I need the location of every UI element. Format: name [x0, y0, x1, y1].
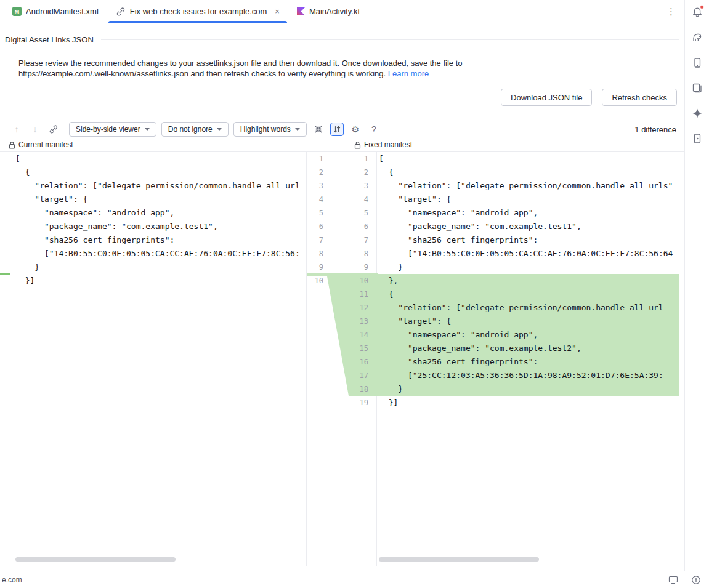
- code-line: }]: [0, 274, 306, 288]
- highlight-mode-value: Highlight words: [240, 125, 291, 134]
- tab-options-icon[interactable]: ⋮: [666, 0, 676, 23]
- chevron-down-icon: [145, 128, 150, 131]
- synchronize-scrolling-toggle[interactable]: [330, 123, 344, 136]
- line-number: 6: [307, 220, 323, 233]
- device-manager-icon[interactable]: [691, 56, 704, 70]
- code-line: "relation": ["delegate_permission/common…: [377, 179, 679, 193]
- right-pane-title: Fixed manifest: [364, 140, 412, 149]
- line-number: 10: [331, 274, 368, 288]
- code-line: [: [0, 152, 306, 166]
- right-editor[interactable]: [ { "relation": ["delegate_permission/co…: [377, 152, 679, 566]
- diff-toolbar: ↑ ↓ Side-by-side viewer Do not ignore Hi…: [10, 121, 381, 138]
- resource-manager-icon[interactable]: [691, 81, 704, 95]
- diff-settings-gear-icon[interactable]: ⚙: [349, 123, 362, 136]
- code-line: "target": {: [377, 315, 679, 328]
- left-horizontal-scrollbar[interactable]: [15, 557, 176, 562]
- tab-close-icon[interactable]: ×: [275, 7, 280, 16]
- banner-description-line2: https://example.com/.well-known/assetlin…: [18, 69, 386, 78]
- android-studio-window: M AndroidManifest.xml Fix web check issu…: [0, 0, 709, 588]
- previous-difference-icon[interactable]: ↑: [10, 123, 23, 136]
- left-pane-title: Current manifest: [18, 140, 73, 149]
- line-number: 8: [331, 247, 368, 260]
- code-line: "namespace": "android_app",: [0, 206, 306, 220]
- help-icon[interactable]: ?: [367, 123, 381, 136]
- diff-viewer: [ { "relation": ["delegate_permission/co…: [0, 151, 684, 566]
- banner-description-line1: Please review the recommended changes to…: [18, 58, 462, 68]
- code-line: }: [0, 260, 306, 274]
- gradle-icon[interactable]: [691, 31, 704, 44]
- left-line-numbers: 12345678910: [307, 152, 323, 288]
- right-tool-stripe: [684, 0, 709, 571]
- code-line: {: [377, 166, 679, 179]
- code-line: {: [377, 288, 679, 301]
- section-header: Digital Asset Links JSON: [5, 35, 679, 44]
- tab-label: Fix web check issues for example.com: [130, 7, 267, 16]
- line-number: 9: [331, 260, 368, 274]
- code-line: "package_name": "com.example.test2",: [377, 342, 679, 355]
- code-line: }: [377, 260, 679, 274]
- running-devices-icon[interactable]: [691, 132, 704, 145]
- line-number: 2: [331, 166, 368, 179]
- code-line: }: [377, 382, 679, 396]
- line-number: 14: [331, 328, 368, 342]
- line-number: 19: [331, 396, 368, 409]
- line-number: 1: [331, 152, 368, 166]
- line-number: 16: [331, 355, 368, 369]
- line-number: 17: [331, 369, 368, 382]
- next-difference-icon[interactable]: ↓: [28, 123, 42, 136]
- notifications-icon[interactable]: [691, 6, 704, 19]
- link-icon: [116, 7, 126, 17]
- code-line: [: [377, 152, 679, 166]
- code-line: },: [377, 274, 679, 288]
- line-number: 12: [331, 301, 368, 315]
- tab-androidmanifest[interactable]: M AndroidManifest.xml: [4, 0, 107, 23]
- tab-fix-web-check[interactable]: Fix web check issues for example.com ×: [107, 0, 288, 23]
- collapse-unchanged-icon[interactable]: [312, 123, 325, 136]
- banner-description: Please review the recommended changes to…: [18, 58, 462, 79]
- status-text: e.com: [2, 576, 22, 584]
- jump-to-source-icon[interactable]: [47, 123, 60, 136]
- code-line: "namespace": "android_app",: [377, 206, 679, 220]
- right-pane-header: Fixed manifest: [354, 139, 412, 150]
- info-icon[interactable]: [689, 573, 703, 587]
- lock-icon: [354, 141, 361, 149]
- tab-label: AndroidManifest.xml: [26, 7, 99, 16]
- line-number: 3: [331, 179, 368, 193]
- tab-mainactivity[interactable]: MainActivity.kt: [288, 0, 368, 23]
- lock-icon: [9, 141, 15, 149]
- line-number: 11: [331, 288, 368, 301]
- code-line: "relation": ["delegate_permission/common…: [377, 301, 679, 315]
- highlight-mode-select[interactable]: Highlight words: [233, 122, 307, 137]
- code-line: "package_name": "com.example.test1",: [377, 220, 679, 233]
- screen-share-icon[interactable]: [666, 573, 680, 587]
- learn-more-link[interactable]: Learn more: [388, 69, 429, 78]
- section-divider: [101, 39, 679, 40]
- code-line: "relation": ["delegate_permission/common…: [0, 179, 306, 193]
- line-number: 7: [307, 233, 323, 247]
- viewer-mode-select[interactable]: Side-by-side viewer: [69, 122, 156, 137]
- line-number: 8: [307, 247, 323, 260]
- line-number: 7: [331, 233, 368, 247]
- insertion-marker: [0, 273, 10, 275]
- code-line: "sha256_cert_fingerprints":: [377, 355, 679, 369]
- code-line: {: [0, 166, 306, 179]
- ignore-mode-select[interactable]: Do not ignore: [161, 122, 229, 137]
- line-number: 3: [307, 179, 323, 193]
- refresh-checks-button[interactable]: Refresh checks: [602, 89, 677, 106]
- right-horizontal-scrollbar[interactable]: [379, 557, 539, 562]
- line-number: 13: [331, 315, 368, 328]
- kotlin-file-icon: [297, 7, 305, 15]
- line-number: 9: [307, 260, 323, 274]
- line-number: 5: [331, 206, 368, 220]
- code-line: "target": {: [377, 193, 679, 206]
- download-json-button[interactable]: Download JSON file: [501, 89, 592, 106]
- code-line: ["25:CC:12:03:A5:36:36:5D:1A:98:A9:52:01…: [377, 369, 679, 382]
- line-number: 6: [331, 220, 368, 233]
- left-editor[interactable]: [ { "relation": ["delegate_permission/co…: [0, 152, 306, 566]
- banner-actions: Download JSON file Refresh checks: [501, 89, 677, 106]
- difference-count: 1 difference: [634, 121, 676, 138]
- line-number: 1: [307, 152, 323, 166]
- viewer-mode-value: Side-by-side viewer: [76, 125, 140, 134]
- gemini-icon[interactable]: [691, 107, 704, 120]
- line-number: 4: [307, 193, 323, 206]
